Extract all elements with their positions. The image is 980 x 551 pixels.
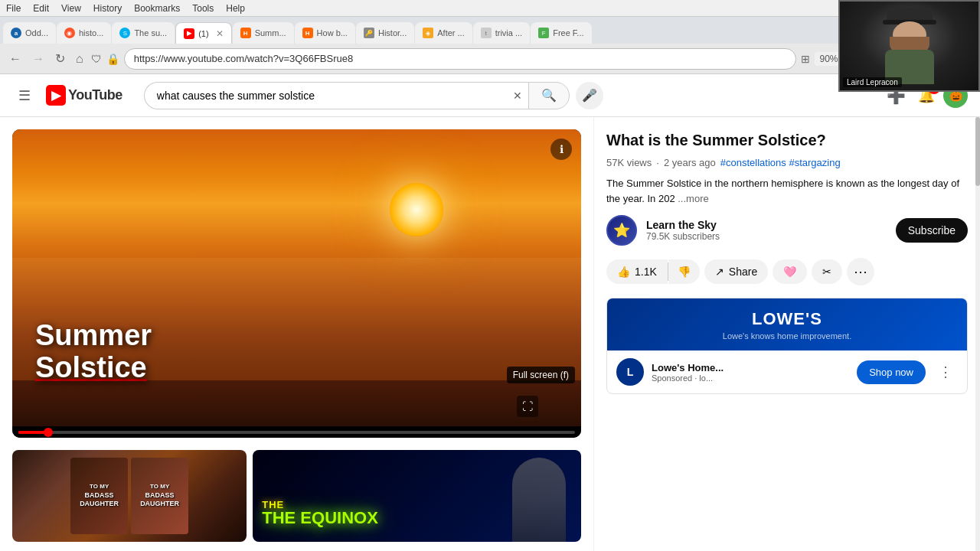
like-count: 1.1K — [635, 266, 657, 278]
menu-file[interactable]: File — [6, 3, 21, 14]
tab-how-b[interactable]: H How b... — [295, 22, 355, 44]
ad-channel-info: Lowe's Home... Sponsored · lo... — [652, 362, 849, 383]
tab-youtube-active[interactable]: ▶ (1) ✕ — [175, 22, 231, 44]
description-text: The Summer Solstice in the northern hemi… — [606, 178, 959, 204]
thumb-equinox[interactable]: THE THE EQUINOX — [253, 450, 581, 542]
yt-logo[interactable]: ▶ YouTube — [46, 85, 122, 106]
thumb-img-equinox: THE THE EQUINOX — [253, 450, 581, 542]
video-player[interactable]: Summer Solstice ℹ ⛶ Full screen (f) — [12, 129, 581, 438]
menu-tools[interactable]: Tools — [192, 3, 214, 14]
tab-favicon-free: F — [538, 28, 549, 38]
channel-name[interactable]: Learn the Sky — [646, 219, 887, 231]
address-input[interactable] — [124, 48, 797, 70]
tab-the-su[interactable]: S The su... — [112, 22, 175, 44]
tab-after[interactable]: ◈ After ... — [415, 22, 472, 44]
menu-history[interactable]: History — [93, 3, 122, 14]
tab-favicon-how: H — [302, 28, 313, 38]
video-section: Summer Solstice ℹ ⛶ Full screen (f) — [0, 117, 593, 551]
video-hashtags[interactable]: #constellations #stargazing — [720, 157, 841, 168]
menu-edit[interactable]: Edit — [33, 3, 49, 14]
tab-summ[interactable]: H Summ... — [233, 22, 294, 44]
subscribe-button[interactable]: Subscribe — [896, 218, 968, 243]
shield-icon: 🛡 — [91, 53, 102, 65]
info-panel: What is the Summer Solstice? 57K views ·… — [593, 117, 980, 551]
yt-logo-text: YouTube — [68, 87, 122, 103]
share-button[interactable]: ↗ Share — [704, 259, 768, 284]
nav-back[interactable]: ← — [6, 49, 24, 69]
tab-label: Histor... — [378, 28, 407, 37]
yt-header: ☰ ▶ YouTube ✕ 🔍 🎤 ➕ 🔔 1 🎃 — [0, 74, 980, 117]
more-actions-button[interactable]: ⋯ — [847, 258, 874, 285]
channel-info: Learn the Sky 79.5K subscribers — [646, 219, 887, 242]
daughter-text-2: TO MY BADASS DAUGHTER — [140, 483, 179, 509]
tab-label: How b... — [317, 28, 348, 37]
tab-label: histo... — [79, 28, 103, 37]
yt-main-content: Summer Solstice ℹ ⛶ Full screen (f) — [0, 117, 980, 551]
tab-histo-brave[interactable]: ◉ histo... — [57, 22, 111, 44]
video-description: The Summer Solstice in the northern hemi… — [606, 176, 968, 206]
ad-section: LOWE'S Lowe's knows home improvement. L … — [606, 298, 968, 394]
browser-window: File Edit View History Bookmarks Tools H… — [0, 0, 980, 551]
yt-logo-icon: ▶ — [46, 85, 66, 106]
thumb-daughter-1[interactable]: TO MY BADASS DAUGHTER TO MY BADASS — [12, 450, 247, 542]
yt-search-clear-button[interactable]: ✕ — [507, 82, 528, 109]
like-button[interactable]: 👍 1.1K — [606, 259, 668, 284]
nav-forward[interactable]: → — [29, 49, 47, 69]
channel-subscribers: 79.5K subscribers — [646, 231, 887, 242]
translate-icon[interactable]: ⊞ — [801, 53, 810, 65]
panel-scrollbar-track — [975, 117, 980, 551]
youtube-app: ☰ ▶ YouTube ✕ 🔍 🎤 ➕ 🔔 1 🎃 — [0, 74, 980, 551]
menu-bar: File Edit View History Bookmarks Tools H… — [0, 0, 980, 17]
menu-bookmarks[interactable]: Bookmarks — [134, 3, 180, 14]
ad-info-row: L Lowe's Home... Sponsored · lo... Shop … — [607, 350, 967, 393]
video-overlay-text: Summer Solstice — [35, 320, 152, 384]
more-link[interactable]: ...more — [678, 193, 708, 204]
yt-hamburger-icon[interactable]: ☰ — [12, 81, 37, 110]
video-info-icon[interactable]: ℹ — [550, 139, 572, 160]
thanks-icon: 🩷 — [783, 266, 796, 278]
channel-avatar[interactable]: ⭐ — [606, 215, 637, 246]
nav-home[interactable]: ⌂ — [73, 49, 87, 69]
menu-help[interactable]: Help — [226, 3, 245, 14]
like-icon: 👍 — [617, 266, 630, 278]
tab-label: The su... — [134, 28, 167, 37]
tab-odd[interactable]: a Odd... — [3, 22, 56, 44]
ad-channel-avatar[interactable]: L — [616, 358, 644, 386]
tab-close-yt[interactable]: ✕ — [216, 28, 224, 39]
channel-row: ⭐ Learn the Sky 79.5K subscribers Subscr… — [606, 215, 968, 246]
dislike-button[interactable]: 👎 — [668, 259, 700, 284]
video-age: 2 years ago — [664, 157, 716, 168]
tab-label: After ... — [437, 28, 464, 37]
overlay-cam: Laird Lepracon — [838, 0, 980, 92]
tab-label: Odd... — [25, 28, 48, 37]
tab-favicon-skype: S — [119, 28, 130, 38]
ad-more-button[interactable]: ⋮ — [933, 360, 958, 384]
panel-scrollbar-thumb[interactable] — [975, 117, 980, 186]
thanks-button[interactable]: 🩷 — [773, 259, 807, 284]
ad-banner: LOWE'S Lowe's knows home improvement. — [607, 298, 967, 350]
like-dislike-group: 👍 1.1K 👎 — [606, 259, 700, 284]
tab-favicon-after: ◈ — [423, 28, 433, 38]
cam-label: Laird Lepracon — [843, 77, 902, 87]
shop-now-button[interactable]: Shop now — [857, 360, 926, 384]
clip-button[interactable]: ✂ — [812, 259, 842, 284]
tab-trivia[interactable]: t trivia ... — [473, 22, 530, 44]
video-miniscreen-btn[interactable]: ⛶ — [517, 396, 538, 417]
yt-mic-button[interactable]: 🎤 — [576, 82, 603, 109]
yt-search-input[interactable] — [144, 82, 507, 109]
menu-view[interactable]: View — [61, 3, 81, 14]
ad-channel-name[interactable]: Lowe's Home... — [652, 362, 849, 373]
clip-icon: ✂ — [822, 266, 831, 278]
action-buttons-row: 👍 1.1K 👎 ↗ Share — [606, 258, 968, 285]
video-progress-bar[interactable] — [18, 431, 575, 434]
tab-free-f[interactable]: F Free F... — [531, 22, 591, 44]
video-title: What is the Summer Solstice? — [606, 129, 968, 151]
ad-logo-text: LOWE'S — [752, 309, 822, 329]
lock-icon: 🔒 — [106, 53, 119, 65]
thumb-img-daughter-1: TO MY BADASS DAUGHTER TO MY BADASS — [12, 450, 247, 542]
tab-histor[interactable]: 🔑 Histor... — [356, 22, 414, 44]
yt-search-button[interactable]: 🔍 — [528, 82, 570, 109]
tab-favicon-youtube: ▶ — [184, 28, 194, 39]
nav-refresh[interactable]: ↻ — [52, 48, 68, 69]
daughter-text-1: TO MY BADASS DAUGHTER — [80, 483, 119, 509]
